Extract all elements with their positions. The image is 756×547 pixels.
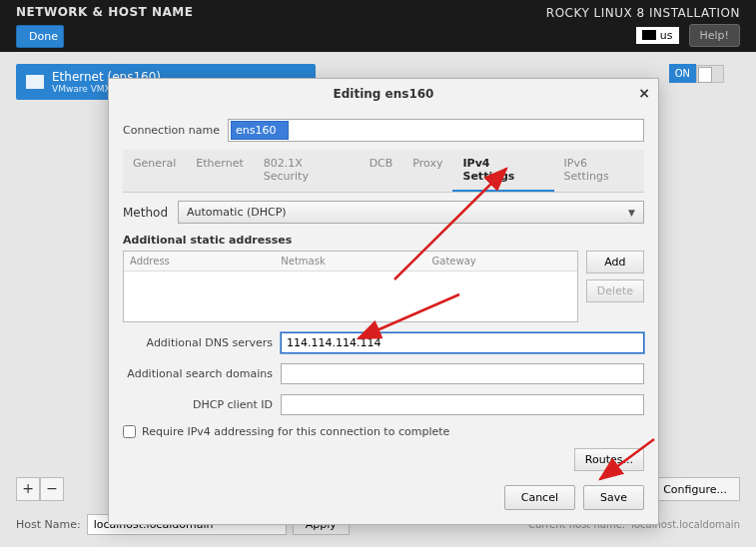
help-button[interactable]: Help! xyxy=(689,24,741,47)
search-domains-label: Additional search domains xyxy=(123,367,273,380)
routes-button[interactable]: Routes... xyxy=(574,448,644,471)
method-value: Automatic (DHCP) xyxy=(187,206,287,219)
edit-connection-dialog: Editing ens160 × Connection name General… xyxy=(108,78,659,525)
col-address: Address xyxy=(124,252,275,271)
save-button[interactable]: Save xyxy=(583,485,644,510)
require-ipv4-checkbox[interactable] xyxy=(123,425,136,438)
method-select[interactable]: Automatic (DHCP) ▼ xyxy=(178,201,644,224)
connection-name-label: Connection name xyxy=(123,124,220,137)
close-icon[interactable]: × xyxy=(638,85,650,101)
tab-proxy[interactable]: Proxy xyxy=(402,150,452,192)
tab-bar: General Ethernet 802.1X Security DCB Pro… xyxy=(123,150,644,193)
add-device-button[interactable]: + xyxy=(16,477,40,501)
tab-general[interactable]: General xyxy=(123,150,186,192)
configure-button[interactable]: Configure... xyxy=(650,477,740,501)
cancel-button[interactable]: Cancel xyxy=(504,485,575,510)
addresses-table[interactable]: Address Netmask Gateway xyxy=(123,251,578,322)
hostname-label: Host Name: xyxy=(16,518,81,531)
toggle-label: ON xyxy=(669,64,696,83)
method-label: Method xyxy=(123,206,168,220)
add-address-button[interactable]: Add xyxy=(586,251,644,274)
ethernet-icon xyxy=(26,75,44,89)
tab-dcb[interactable]: DCB xyxy=(360,150,403,192)
tab-ethernet[interactable]: Ethernet xyxy=(186,150,253,192)
tab-ipv4[interactable]: IPv4 Settings xyxy=(452,150,553,192)
keyboard-icon xyxy=(642,30,656,40)
installer-title: ROCKY LINUX 8 INSTALLATION xyxy=(546,6,740,20)
page-title: NETWORK & HOST NAME xyxy=(16,5,193,19)
keyboard-indicator[interactable]: us xyxy=(636,27,679,44)
remove-device-button[interactable]: − xyxy=(40,477,64,501)
done-button[interactable]: Done xyxy=(16,25,64,48)
tab-ipv6[interactable]: IPv6 Settings xyxy=(554,150,645,192)
addresses-label: Additional static addresses xyxy=(123,234,644,247)
dialog-title-bar: Editing ens160 × xyxy=(109,79,658,109)
dhcp-client-id-input[interactable] xyxy=(281,394,644,415)
top-bar: NETWORK & HOST NAME Done ROCKY LINUX 8 I… xyxy=(0,0,756,52)
col-netmask: Netmask xyxy=(275,252,425,271)
col-gateway: Gateway xyxy=(426,252,577,271)
dns-label: Additional DNS servers xyxy=(123,336,273,349)
dns-input[interactable] xyxy=(281,332,644,353)
dialog-title: Editing ens160 xyxy=(334,87,434,101)
dhcp-client-id-label: DHCP client ID xyxy=(123,398,273,411)
chevron-down-icon: ▼ xyxy=(628,208,635,218)
tab-8021x[interactable]: 802.1X Security xyxy=(254,150,360,192)
delete-address-button[interactable]: Delete xyxy=(586,279,644,302)
connection-toggle[interactable]: ON xyxy=(669,64,724,83)
keyboard-layout: us xyxy=(660,29,673,42)
toggle-switch[interactable] xyxy=(696,65,724,83)
connection-name-input-wrap[interactable] xyxy=(228,119,644,142)
search-domains-input[interactable] xyxy=(281,363,644,384)
require-ipv4-label: Require IPv4 addressing for this connect… xyxy=(142,425,449,438)
connection-name-input[interactable] xyxy=(231,121,289,140)
